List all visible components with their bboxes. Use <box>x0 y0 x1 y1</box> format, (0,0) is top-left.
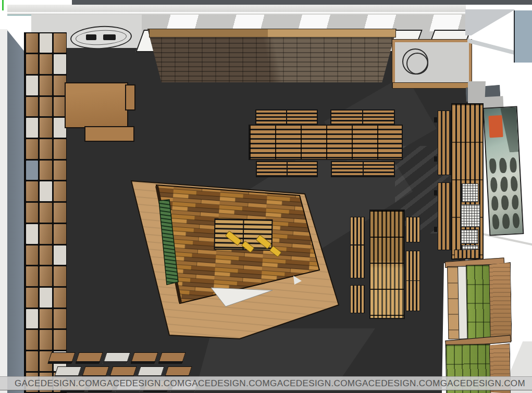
shelf-row <box>25 54 67 75</box>
shelf-row <box>25 32 67 54</box>
shelf-cell <box>26 351 39 371</box>
shelf-cell <box>40 288 52 308</box>
rendered-scene: GACEDESIGN.COMGACEDESIGN.COMGACEDESIGN.C… <box>0 0 532 393</box>
shelf-row <box>25 96 67 117</box>
shelf-cell <box>40 224 52 244</box>
central-platform <box>128 174 347 341</box>
poster-logo <box>488 115 503 138</box>
shelf-row <box>25 308 67 329</box>
shelf-row <box>25 202 67 224</box>
display-box <box>47 352 75 364</box>
slat-bench <box>406 280 420 311</box>
poster-glyph <box>512 213 520 228</box>
shelf-cell <box>54 181 66 201</box>
watermark-text: GACEDESIGN.COM <box>355 378 440 389</box>
shelf-cell <box>26 33 39 53</box>
reading-table-vertical <box>369 210 405 319</box>
poster-glyph-grid <box>489 157 520 230</box>
shelf-cell <box>40 161 52 180</box>
slat-bench <box>406 251 420 281</box>
shelf-cell <box>26 288 39 308</box>
green-locker-shelf <box>444 255 513 393</box>
shelf-cell <box>54 288 66 308</box>
shelf-cell <box>40 33 52 53</box>
shelf-cell <box>26 118 39 138</box>
wood-desk <box>65 82 128 128</box>
shelf-cell <box>54 33 66 53</box>
shelf-cell <box>26 266 39 286</box>
display-shelf-row <box>50 352 184 364</box>
shelf-cell <box>54 97 66 117</box>
shelf-cell <box>54 266 66 286</box>
grid-basket <box>462 183 478 202</box>
poster-glyph <box>499 158 507 173</box>
counter-edge <box>392 82 473 89</box>
shelf-row <box>25 266 67 287</box>
desk-extension <box>84 126 134 142</box>
shelf-row <box>25 117 67 139</box>
canopy-frame <box>149 29 396 38</box>
shelf-row <box>25 329 67 351</box>
shelf-cell <box>54 309 66 329</box>
service-counter <box>392 40 472 88</box>
poster-glyph <box>500 176 508 191</box>
watermark-text: GACEDESIGN.COM <box>185 378 270 389</box>
left-wall <box>7 27 25 393</box>
shelf-cell <box>26 139 39 159</box>
left-cube-shelving <box>24 32 67 393</box>
slat-bench <box>330 109 395 126</box>
grid-basket <box>461 204 480 227</box>
bench-foot <box>434 227 437 232</box>
slat-bench <box>406 217 420 242</box>
back-wall-top <box>7 5 466 16</box>
entrance-wall-wedge <box>465 9 515 35</box>
round-stool <box>402 48 428 75</box>
shelf-cell <box>26 224 39 244</box>
shelf-cell <box>26 245 39 265</box>
shelf-cell <box>54 76 66 95</box>
bench-foot <box>434 190 437 195</box>
shelf-cell <box>26 181 39 201</box>
bench-foot <box>434 117 437 122</box>
entry-chair <box>86 34 96 40</box>
axis-marker <box>2 0 4 10</box>
shelf-cell <box>54 161 66 180</box>
shelf-cell <box>40 330 52 350</box>
desk-side-tab <box>125 84 135 110</box>
shelf-cell <box>40 97 52 117</box>
slat-bench <box>255 109 318 126</box>
display-box <box>130 352 158 364</box>
slat-bench <box>438 182 451 250</box>
shelf-row <box>25 181 67 202</box>
shelf-cell <box>40 203 52 223</box>
shelf-cell <box>54 54 66 74</box>
shelf-cell <box>40 245 52 265</box>
shelf-cell <box>54 118 66 138</box>
shelf-cell <box>26 76 39 95</box>
entrance-wall-panel <box>514 10 532 63</box>
shelf-cell <box>26 161 39 180</box>
entry-chair <box>103 34 116 40</box>
display-box <box>103 352 130 364</box>
slat-bench <box>350 217 365 245</box>
shelf-cell <box>40 309 52 329</box>
shelf-cell <box>54 245 66 265</box>
shelf-cell <box>54 224 66 244</box>
display-box <box>75 352 103 364</box>
shelf-cell <box>40 76 52 95</box>
shelf-cell <box>26 309 39 329</box>
shelf-cell <box>54 330 66 350</box>
ceiling-edge-strip <box>72 0 532 5</box>
poster-glyph <box>510 176 518 191</box>
shelf-row <box>25 75 67 96</box>
watermark-text: GACEDESIGN.COM <box>15 378 100 389</box>
shelf-cell <box>26 330 39 350</box>
slat-piece <box>454 249 479 259</box>
shelf-cell <box>40 118 52 138</box>
shelf-row <box>25 244 67 266</box>
shelf-cell <box>26 54 39 74</box>
watermark-bar: GACEDESIGN.COMGACEDESIGN.COMGACEDESIGN.C… <box>0 376 532 390</box>
shelf-row <box>25 139 67 160</box>
left-outer-wall <box>0 29 7 393</box>
poster-glyph <box>502 214 510 229</box>
